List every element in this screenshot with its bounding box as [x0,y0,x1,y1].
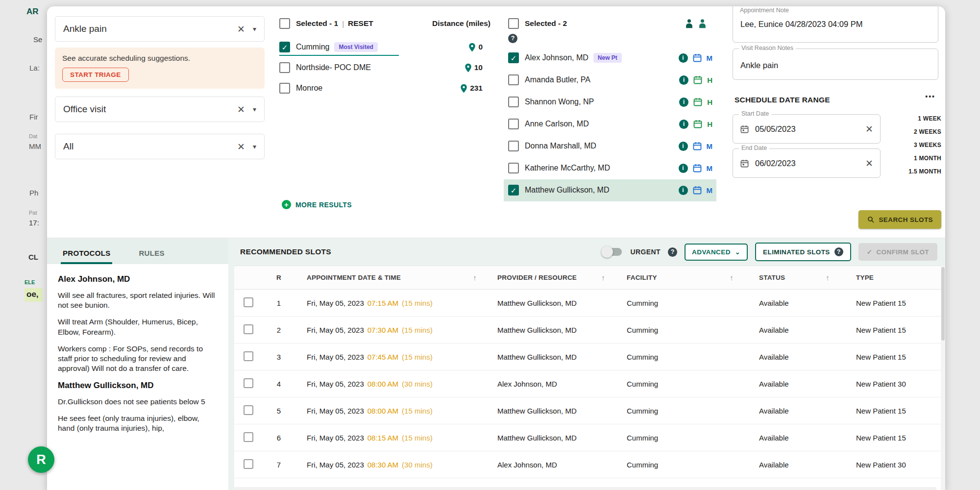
slot-checkbox[interactable] [244,351,253,361]
calendar-picker-icon[interactable] [740,124,749,134]
column-header-datetime[interactable]: APPOINTMENT DATE & TIME↑ [294,273,484,282]
quick-range-2-weeks[interactable]: 2 WEEKS [908,128,941,135]
all-filter-combobox[interactable]: All ✕ ▾ [55,134,265,159]
column-header-status[interactable]: STATUS↑ [740,273,836,282]
provider-row[interactable]: Amanda Butler, PA i H [508,69,716,91]
location-pin-icon [465,63,472,73]
info-icon[interactable]: i [679,120,688,129]
provider-checkbox[interactable] [508,119,519,129]
calendar-icon[interactable] [693,119,703,129]
calendar-icon[interactable] [693,97,703,107]
facility-row[interactable]: Monroe 231 [279,78,498,98]
start-triage-button[interactable]: START TRIAGE [62,68,129,82]
facilities-select-all-checkbox[interactable] [279,18,290,29]
slot-row[interactable]: 2 Fri, May 05, 202307:30 AM(15 mins) Mat… [234,317,941,343]
provider-checkbox[interactable] [508,74,519,85]
start-date-field[interactable]: Start Date 05/05/2023 ✕ [733,114,881,144]
sort-asc-icon[interactable]: ↑ [826,273,830,282]
info-icon[interactable]: i [679,186,688,195]
horizontal-scrollbar[interactable] [234,487,936,490]
facilities-reset-button[interactable]: RESET [348,19,373,28]
urgent-help-icon[interactable]: ? [668,247,677,257]
chevron-down-icon[interactable]: ▾ [253,25,256,33]
confirm-slot-button[interactable]: ✓ CONFIRM SLOT [858,243,937,261]
slot-checkbox[interactable] [244,459,253,469]
info-icon[interactable]: i [679,75,688,85]
facility-row[interactable]: Northside- POC DME 10 [279,57,498,78]
providers-help-icon[interactable]: ? [508,34,517,43]
overflow-menu-icon[interactable]: ••• [925,93,935,100]
visit-reason-notes-field[interactable]: Visit Reason Notes Ankle pain [733,49,938,80]
slot-provider: Matthew Gullickson, MD [484,326,612,334]
tab-protocols[interactable]: PROTOCOLS [61,249,112,264]
quick-range-1-week[interactable]: 1 WEEK [908,115,941,122]
providers-select-all-checkbox[interactable] [508,18,519,29]
column-header-type[interactable]: TYPE [836,274,941,281]
vertical-scrollbar[interactable] [941,266,945,490]
provider-row[interactable]: Alex Johnson, MD New Pt i M [508,47,716,69]
slot-checkbox[interactable] [244,432,253,442]
calendar-icon[interactable] [692,53,702,63]
calendar-icon[interactable] [692,163,702,173]
scrollbar-thumb[interactable] [941,267,945,341]
clear-icon[interactable]: ✕ [865,158,873,169]
provider-row[interactable]: Anne Carlson, MD i H [508,113,716,135]
provider-row[interactable]: Katherine McCarthy, MD i M [508,157,716,179]
quick-range-3-weeks[interactable]: 3 WEEKS [908,142,941,148]
calendar-icon[interactable] [692,141,702,151]
info-icon[interactable]: i [679,53,688,63]
slot-row[interactable]: 3 Fri, May 05, 202307:45 AM(15 mins) Mat… [234,343,941,370]
facility-checkbox[interactable] [279,42,290,52]
column-header-facility[interactable]: FACILITY↑ [612,273,740,282]
slot-row[interactable]: 5 Fri, May 05, 202308:00 AM(15 mins) Mat… [234,397,941,424]
sort-asc-icon[interactable]: ↑ [473,273,477,282]
provider-row[interactable]: Shannon Wong, NP i H [508,91,716,113]
column-header-rank[interactable]: R [264,274,294,281]
slot-row[interactable]: 1 Fri, May 05, 202307:15 AM(15 mins) Mat… [234,290,941,317]
visit-type-combobox[interactable]: Office visit ✕ ▾ [55,97,265,122]
visit-reason-combobox[interactable]: Ankle pain ✕ ▾ [55,16,265,42]
calendar-icon[interactable] [692,185,702,195]
clear-icon[interactable]: ✕ [237,141,245,152]
end-date-field[interactable]: End Date 06/02/2023 ✕ [733,148,881,178]
provider-checkbox[interactable] [508,163,519,173]
column-header-provider[interactable]: PROVIDER / RESOURCE↑ [484,273,612,282]
sort-asc-icon[interactable]: ↑ [601,273,605,282]
referral-fab-button[interactable]: R [28,446,54,473]
info-icon[interactable]: i [679,98,688,107]
provider-row-selected[interactable]: Matthew Gullickson, MD i M [504,179,716,201]
slot-row[interactable]: 7 Fri, May 05, 202308:30 AM(30 mins) Ale… [234,451,941,478]
slot-checkbox[interactable] [244,297,253,307]
clear-icon[interactable]: ✕ [237,104,245,115]
urgent-toggle[interactable] [602,248,622,256]
info-icon[interactable]: i [679,142,688,151]
search-slots-button[interactable]: SEARCH SLOTS [858,210,941,229]
info-icon[interactable]: i [679,164,688,173]
provider-row[interactable]: Donna Marshall, MD i M [508,135,716,157]
advanced-button[interactable]: ADVANCED ⌄ [685,244,748,261]
clear-icon[interactable]: ✕ [865,123,873,135]
facility-row[interactable]: Cumming Most Visited 0 [279,37,498,57]
slot-checkbox[interactable] [244,324,253,334]
provider-checkbox[interactable] [508,52,519,63]
slot-checkbox[interactable] [244,405,253,415]
quick-range-1-month[interactable]: 1 MONTH [908,155,941,162]
eliminated-slots-button[interactable]: ELIMINATED SLOTS ? [755,243,851,261]
facility-checkbox[interactable] [279,83,290,94]
quick-range-1-5-month[interactable]: 1.5 MONTH [908,168,941,175]
clear-icon[interactable]: ✕ [237,24,245,35]
tab-rules[interactable]: RULES [137,249,166,264]
provider-checkbox[interactable] [508,185,519,196]
chevron-down-icon[interactable]: ▾ [253,105,256,113]
slot-row[interactable]: 6 Fri, May 05, 202308:15 AM(15 mins) Mat… [234,424,941,451]
calendar-picker-icon[interactable] [740,159,749,168]
provider-checkbox[interactable] [508,97,519,107]
facility-checkbox[interactable] [279,62,290,73]
calendar-icon[interactable] [693,75,703,85]
slot-checkbox[interactable] [244,378,253,388]
provider-checkbox[interactable] [508,141,519,151]
more-results-button[interactable]: + MORE RESULTS [282,200,352,209]
sort-asc-icon[interactable]: ↑ [730,273,734,282]
chevron-down-icon[interactable]: ▾ [253,143,256,150]
slot-row[interactable]: 4 Fri, May 05, 202308:00 AM(30 mins) Ale… [234,370,941,397]
